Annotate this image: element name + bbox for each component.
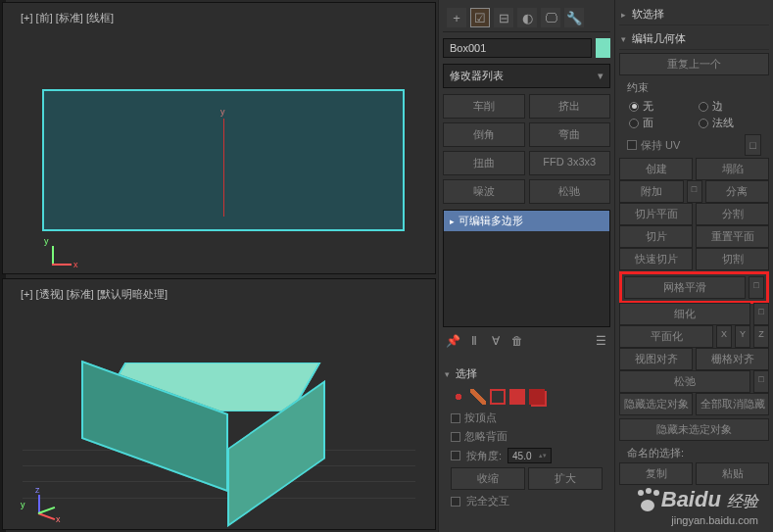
by-vertex-label: 按顶点	[464, 411, 497, 425]
viewport-front[interactable]: [+] [前] [标准] [线框] y y x	[2, 2, 436, 274]
tessellate-button[interactable]: 细化	[619, 303, 750, 325]
shrink-button[interactable]: 收缩	[451, 467, 525, 490]
modifier-list-dropdown[interactable]: 修改器列表	[443, 64, 610, 88]
viewport-persp-label[interactable]: [+] [透视] [标准] [默认明暗处理]	[21, 287, 168, 302]
grid-align-button[interactable]: 栅格对齐	[696, 348, 769, 370]
msmooth-settings[interactable]: □	[749, 276, 764, 299]
stack-toolbar: 📌 Ⅱ ∀ 🗑 ☰	[443, 327, 610, 355]
lathe-button[interactable]: 车削	[443, 94, 525, 119]
by-vertex-checkbox[interactable]	[451, 413, 460, 423]
border-mode-icon[interactable]	[490, 389, 506, 405]
command-panel-tabs: + ☑ ⊟ ◐ 🖵 🔧	[443, 4, 610, 32]
viewport-front-label[interactable]: [+] [前] [标准] [线框]	[21, 11, 114, 25]
slice-plane-button[interactable]: 切片平面	[619, 203, 693, 225]
detach-button[interactable]: 分离	[705, 180, 770, 203]
by-angle-label: 按角度:	[466, 449, 502, 463]
slice-button[interactable]: 切片	[619, 225, 693, 248]
soft-selection-header[interactable]: 软选择	[619, 4, 769, 25]
hierarchy-tab-icon[interactable]: ⊟	[494, 8, 513, 27]
create-button[interactable]: 创建	[619, 158, 693, 180]
tessellate-settings[interactable]: □	[753, 303, 769, 325]
element-mode-icon[interactable]	[529, 389, 545, 405]
relax-geom-button[interactable]: 松弛	[619, 370, 750, 393]
constraint-edge-radio[interactable]	[699, 102, 708, 112]
quickslice-button[interactable]: 快速切片	[619, 248, 693, 270]
constraint-face-radio[interactable]	[629, 119, 639, 128]
viewport-perspective[interactable]: [+] [透视] [标准] [默认明暗处理] z x y	[2, 278, 436, 530]
edit-geometry-header[interactable]: 编辑几何体	[619, 28, 769, 50]
hide-unselected-button[interactable]: 隐藏未选定对象	[619, 418, 769, 441]
grow-button[interactable]: 扩大	[528, 467, 603, 490]
angle-spinner[interactable]: 45.0	[507, 448, 552, 463]
constraint-normal-radio[interactable]	[699, 119, 708, 128]
show-end-result-icon[interactable]: Ⅱ	[466, 333, 482, 349]
object-name-input[interactable]	[443, 38, 592, 58]
bevel-button[interactable]: 倒角	[443, 122, 525, 147]
attach-button[interactable]: 附加	[619, 180, 684, 203]
ignore-backface-label: 忽略背面	[464, 429, 507, 444]
configure-sets-icon[interactable]: ☰	[593, 333, 608, 349]
relax-button[interactable]: 松驰	[529, 179, 611, 204]
modifier-stack[interactable]: 可编辑多边形	[443, 210, 610, 327]
selection-rollout: 选择 按顶点 忽略背面 按角度: 45.0	[443, 363, 610, 510]
unhide-all-button[interactable]: 全部取消隐藏	[696, 393, 769, 415]
full-interactive-checkbox[interactable]	[451, 497, 460, 507]
perspective-geometry[interactable]	[81, 318, 365, 514]
planar-x-button[interactable]: X	[716, 325, 732, 348]
attach-settings[interactable]: □	[687, 180, 702, 203]
object-color-swatch[interactable]	[596, 38, 610, 58]
ignore-backface-checkbox[interactable]	[451, 432, 460, 442]
ffd-button[interactable]: FFD 3x3x3	[529, 151, 611, 175]
bend-button[interactable]: 弯曲	[529, 122, 611, 147]
collapse-button[interactable]: 塌陷	[696, 158, 769, 180]
msmooth-highlight: 网格平滑 □	[619, 271, 769, 304]
reset-plane-button[interactable]: 重置平面	[696, 225, 769, 248]
edge-mode-icon[interactable]	[470, 389, 486, 405]
polygon-mode-icon[interactable]	[509, 389, 525, 405]
named-sel-label: 命名的选择:	[619, 444, 769, 462]
split-button[interactable]: 分割	[696, 203, 769, 225]
utilities-tab-icon[interactable]: 🔧	[564, 8, 584, 27]
noise-button[interactable]: 噪波	[443, 179, 525, 204]
preserve-uv-label: 保持 UV	[641, 138, 680, 153]
hide-selected-button[interactable]: 隐藏选定对象	[619, 393, 693, 415]
right-panel: 软选择 编辑几何体 重复上一个 约束 无 边 面 法线 保持 UV □ 创建 塌…	[614, 0, 773, 532]
motion-tab-icon[interactable]: ◐	[517, 8, 537, 27]
create-tab-icon[interactable]: +	[447, 8, 466, 27]
cut-button[interactable]: 切割	[696, 248, 769, 270]
stack-editable-poly[interactable]: 可编辑多边形	[444, 211, 609, 231]
paste-button[interactable]: 粘贴	[696, 462, 769, 485]
planar-z-button[interactable]: Z	[753, 325, 769, 348]
copy-button[interactable]: 复制	[619, 462, 693, 485]
front-geometry[interactable]: y	[42, 89, 405, 231]
msmooth-button[interactable]: 网格平滑	[624, 276, 746, 299]
selection-header[interactable]: 选择	[443, 363, 610, 385]
relax-settings[interactable]: □	[753, 370, 769, 393]
repeat-last-button[interactable]: 重复上一个	[619, 53, 769, 75]
full-interactive-label: 完全交互	[466, 494, 509, 508]
vertex-mode-icon[interactable]	[451, 389, 466, 405]
constraints-label: 约束	[619, 78, 769, 97]
remove-modifier-icon[interactable]: 🗑	[509, 333, 525, 349]
viewport-area: [+] [前] [标准] [线框] y y x [+] [透视] [标准] [默…	[0, 0, 438, 532]
view-align-button[interactable]: 视图对齐	[619, 348, 693, 370]
display-tab-icon[interactable]: 🖵	[541, 8, 560, 27]
subobject-icons	[443, 385, 610, 409]
modify-tab-icon[interactable]: ☑	[470, 8, 490, 27]
constraint-none-radio[interactable]	[629, 102, 639, 112]
make-planar-button[interactable]: 平面化	[619, 325, 713, 348]
modifier-button-set: 车削 挤出 倒角 弯曲 扭曲 FFD 3x3x3 噪波 松驰	[443, 94, 610, 204]
modify-panel: + ☑ ⊟ ◐ 🖵 🔧 修改器列表 车削 挤出 倒角 弯曲 扭曲 FFD 3x3…	[438, 0, 614, 532]
by-angle-checkbox[interactable]	[451, 451, 460, 460]
preserve-uv-settings[interactable]: □	[745, 134, 761, 156]
make-unique-icon[interactable]: ∀	[488, 333, 504, 349]
preserve-uv-checkbox[interactable]	[627, 140, 637, 150]
pin-stack-icon[interactable]: 📌	[445, 333, 460, 349]
twist-button[interactable]: 扭曲	[443, 151, 525, 175]
planar-y-button[interactable]: Y	[735, 325, 750, 348]
extrude-button[interactable]: 挤出	[529, 94, 611, 119]
